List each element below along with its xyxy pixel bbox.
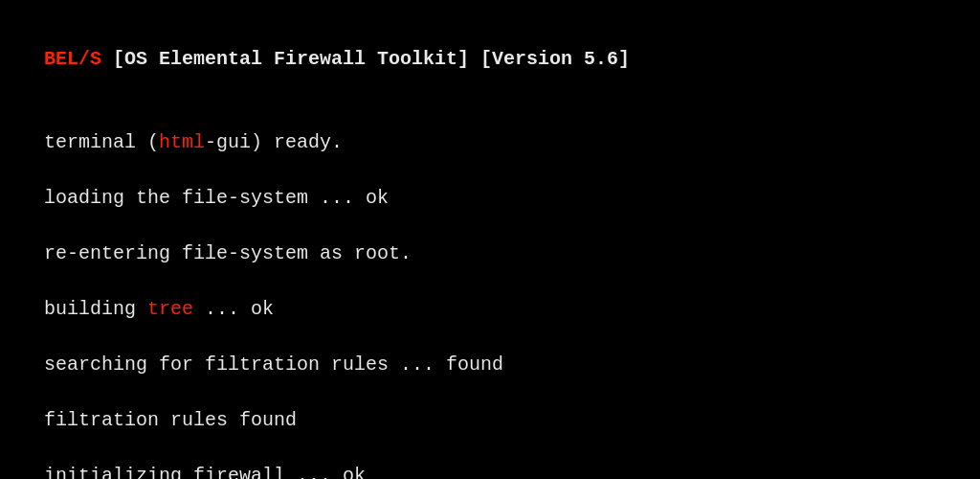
line-filtration-rules-found-text: filtration rules found	[44, 409, 297, 431]
line-terminal-ready-text2: -gui) ready.	[205, 131, 343, 153]
line-searching-filtration: searching for filtration rules ... found	[21, 323, 959, 378]
line-reentering-filesystem-text: re-entering file-system as root.	[44, 242, 412, 264]
line-building-tree-word: tree	[147, 298, 193, 320]
line-building-text2: ... ok	[193, 298, 274, 320]
title-rest: [OS Elemental Firewall Toolkit] [Version…	[101, 48, 630, 70]
line-searching-filtration-text: searching for filtration rules ... found	[44, 354, 503, 376]
blank-line-1	[21, 73, 959, 101]
line-terminal-ready-text1: terminal (	[44, 131, 159, 153]
line-initializing-firewall-text: initializing firewall ... ok	[44, 465, 366, 479]
line-loading-filesystem-text: loading the file-system ... ok	[44, 187, 389, 209]
line-loading-filesystem: loading the file-system ... ok	[21, 156, 959, 212]
line-building-text1: building	[44, 298, 147, 320]
line-initializing-firewall: initializing firewall ... ok	[21, 434, 959, 479]
line-terminal-ready: terminal (html-gui) ready.	[21, 101, 959, 156]
line-filtration-rules-found: filtration rules found	[21, 378, 959, 434]
line-terminal-ready-html: html	[159, 131, 205, 153]
title-prefix: BEL/S	[44, 48, 101, 70]
terminal-title-line: BEL/S [OS Elemental Firewall Toolkit] [V…	[21, 17, 959, 73]
line-building-tree: building tree ... ok	[21, 267, 959, 323]
line-reentering-filesystem: re-entering file-system as root.	[21, 212, 959, 267]
